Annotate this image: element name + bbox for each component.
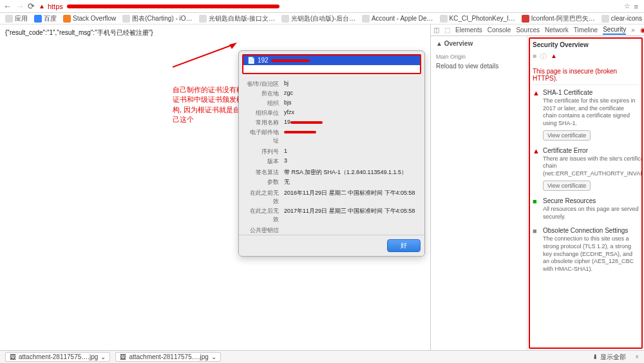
cert-subheader xyxy=(243,65,420,73)
download-item[interactable]: 🖼attachment-28117575….jpg⌄ xyxy=(115,352,220,362)
cert-ok-button[interactable]: 好 xyxy=(387,239,421,252)
download-item[interactable]: 🖼attachment-28117575….jpg⌄ xyxy=(5,352,110,362)
tab-console[interactable]: Console xyxy=(488,26,511,34)
reload-hint: Reload to view details xyxy=(436,63,522,70)
cert-row: 在此之后无效2017年11月29日 星期三 中国标准时间 下午4:05:58 xyxy=(245,207,418,224)
view-certificate-button[interactable]: View certificate xyxy=(543,130,591,141)
cert-row: 常用名称19 xyxy=(245,119,418,127)
downloads-bar: 🖼attachment-28117575….jpg⌄ 🖼attachment-2… xyxy=(0,350,644,363)
bookmark-item[interactable]: 百度 xyxy=(34,14,57,23)
generic-icon xyxy=(440,15,448,23)
status-marker-icon: ▲ xyxy=(533,89,538,141)
view-certificate-button[interactable]: View certificate xyxy=(543,181,591,191)
section-description: The certificate for this site expires in… xyxy=(543,97,639,128)
cert-row: 签名算法带 RSA 加密的 SHA-1（1.2.840.113549.1.1.5… xyxy=(245,168,418,177)
cert-row: 省/市/自治区bj xyxy=(245,80,418,88)
bookmark-item[interactable]: Iconfont-阿里巴巴矢… xyxy=(522,14,595,23)
status-marker-icon: ■ xyxy=(533,227,538,273)
security-section: ■Secure ResourcesAll resources on this p… xyxy=(533,197,639,221)
devtools-inspect-icon[interactable]: ⬚ xyxy=(444,26,450,34)
baidu-icon xyxy=(34,15,42,23)
redacted xyxy=(271,59,310,62)
image-icon: 🖼 xyxy=(120,353,126,360)
cert-row: 序列号1 xyxy=(245,148,418,156)
url-https: https xyxy=(48,3,63,10)
back-button[interactable]: ← xyxy=(3,1,12,11)
status-marker-icon: ▲ xyxy=(533,147,538,191)
bookmarks-bar: 应用 百度 Stack Overflow 图表(Charting) - iO… … xyxy=(0,13,644,25)
cert-row: 公共密钥信息 xyxy=(245,226,418,235)
url-bar[interactable]: ▲ https xyxy=(39,3,620,10)
status-marker-icon: ■ xyxy=(533,197,538,221)
cert-footer: 好 xyxy=(239,235,424,256)
reload-button[interactable]: ⟳ xyxy=(28,1,35,11)
bookmark-star-icon[interactable]: ☆ xyxy=(624,2,630,10)
insecure-banner: This page is insecure (broken HTTPS). xyxy=(533,65,639,85)
security-section: ■Obsolete Connection SettingsThe connect… xyxy=(533,227,639,273)
devtools-dock-icon[interactable]: ◫ xyxy=(433,26,439,34)
devtools-tabs: ◫ ⬚ Elements Console Sources Network Tim… xyxy=(431,25,644,36)
lock-icon: ■ xyxy=(533,52,536,61)
bookmark-item[interactable]: 应用 xyxy=(5,14,28,23)
section-title: SHA-1 Certificate xyxy=(543,89,639,96)
cert-details[interactable]: 省/市/自治区bj所在地zgc组织bjs组织单位yfzx常用名称19电子邮件地址… xyxy=(239,77,424,235)
devtools-panel: ◫ ⬚ Elements Console Sources Network Tim… xyxy=(430,25,644,350)
page-content: {"result_code":"1","result_msg":"手机号已经被注… xyxy=(0,25,430,350)
tab-sources[interactable]: Sources xyxy=(516,26,540,34)
bookmark-item[interactable]: 光钥匙(自动版)-后台… xyxy=(281,14,355,23)
cert-row: 版本3 xyxy=(245,157,418,166)
annotation-text: 自己制作的证书没有根证书和中级证书颁发机构, 因为根证书就是自己这个 xyxy=(173,85,243,125)
tab-elements[interactable]: Elements xyxy=(455,26,482,34)
bookmark-item[interactable]: KC_CI_PhotonKey_I… xyxy=(440,15,515,23)
png-icon xyxy=(601,15,609,23)
browser-toolbar: ← → ⟳ ▲ https ☆ ≡ xyxy=(0,0,644,13)
info-icon: ⓘ xyxy=(540,52,547,61)
key-icon xyxy=(281,15,289,23)
security-section: ▲SHA-1 CertificateThe certificate for th… xyxy=(533,89,639,141)
key-icon xyxy=(199,15,207,23)
section-title: Secure Resources xyxy=(543,197,639,204)
section-title: Obsolete Connection Settings xyxy=(543,227,639,234)
close-bar-icon[interactable]: × xyxy=(635,353,639,360)
chevron-down-icon[interactable]: ⌄ xyxy=(100,353,106,360)
security-overview-panel: Security Overview ■ ⓘ ▲ This page is ins… xyxy=(529,37,643,349)
bookmark-item[interactable]: 光钥匙自助版-接口文… xyxy=(199,14,275,23)
tab-timeline[interactable]: Timeline xyxy=(574,26,598,34)
certificate-dialog: 📄 192 省/市/自治区bj所在地zgc组织bjs组织单位yfzx常用名称19… xyxy=(238,50,425,257)
section-description: All resources on this page are served se… xyxy=(543,206,639,221)
main-origin-heading: Main Origin xyxy=(436,54,522,60)
svg-marker-1 xyxy=(229,43,237,49)
image-icon: 🖼 xyxy=(10,353,16,360)
cert-row: 电子邮件地址 xyxy=(245,128,418,145)
error-count[interactable]: ◉1 xyxy=(640,26,644,34)
tab-network[interactable]: Network xyxy=(545,26,569,34)
tabs-overflow[interactable]: » xyxy=(631,26,635,34)
chevron-down-icon[interactable]: ⌄ xyxy=(211,353,216,360)
cert-row: 参数无 xyxy=(245,178,418,186)
warning-icon: ▲ xyxy=(551,52,557,61)
menu-icon[interactable]: ≡ xyxy=(634,3,638,10)
download-icon: ⬇ xyxy=(592,353,598,360)
overview-item[interactable]: ▲ Overview xyxy=(436,40,522,47)
url-redacted xyxy=(67,5,279,8)
bookmark-item[interactable]: 图表(Charting) - iO… xyxy=(122,14,192,23)
chart-icon xyxy=(122,15,130,23)
cert-title-bar[interactable]: 📄 192 xyxy=(243,55,420,65)
bookmark-item[interactable]: clear-icons PNG、I… xyxy=(601,14,644,23)
section-title: Certificate Error xyxy=(543,147,643,154)
security-sidebar: ▲ Overview Main Origin Reload to view de… xyxy=(431,36,527,350)
cert-icon: 📄 xyxy=(247,57,255,64)
tab-security[interactable]: Security xyxy=(603,26,626,35)
bookmark-item[interactable]: Account - Apple De… xyxy=(362,15,433,23)
stackoverflow-icon xyxy=(63,15,71,23)
forward-button[interactable]: → xyxy=(15,1,24,11)
show-all-downloads[interactable]: ⬇显示全部 xyxy=(592,353,626,362)
cert-row: 组织单位yfzx xyxy=(245,109,418,117)
section-description: The connection to this site uses a stron… xyxy=(543,235,639,273)
iconfont-icon xyxy=(522,15,529,23)
insecure-icon: ▲ xyxy=(39,3,45,10)
security-overview-title: Security Overview xyxy=(533,41,639,48)
bookmark-item[interactable]: Stack Overflow xyxy=(63,15,116,23)
svg-line-0 xyxy=(173,45,232,67)
section-description: There are issues with the site's certifi… xyxy=(543,155,643,178)
